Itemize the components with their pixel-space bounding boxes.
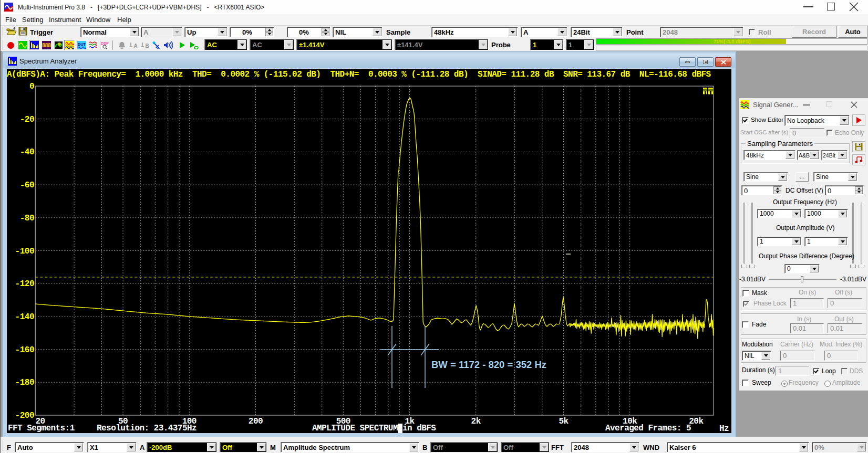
svg-text:20k: 20k <box>689 417 704 426</box>
svg-text:-120: -120 <box>15 279 34 289</box>
svg-text:B: B <box>145 43 149 49</box>
svg-text:-80: -80 <box>20 214 34 223</box>
svg-text:DUT: DUT <box>77 42 86 47</box>
svg-text:2k: 2k <box>471 417 481 426</box>
svg-text:-20: -20 <box>20 115 34 124</box>
svg-text:Hz: Hz <box>719 424 729 433</box>
svg-text:DDP: DDP <box>101 41 109 45</box>
svg-text:888: 888 <box>42 43 51 48</box>
svg-text:BW = 1172 - 820 = 352 Hz: BW = 1172 - 820 = 352 Hz <box>431 359 546 370</box>
svg-text:-140: -140 <box>15 312 34 322</box>
svg-text:-180: -180 <box>15 378 34 387</box>
svg-text:-40: -40 <box>20 148 34 157</box>
svg-text:200: 200 <box>249 417 263 426</box>
svg-text:0: 0 <box>29 82 34 91</box>
svg-text:-100: -100 <box>15 247 34 256</box>
svg-text:5k: 5k <box>559 417 569 426</box>
svg-text:-60: -60 <box>20 181 34 190</box>
svg-text:A: A <box>133 43 137 49</box>
svg-text:-200: -200 <box>15 411 34 420</box>
svg-text:-160: -160 <box>15 345 34 355</box>
